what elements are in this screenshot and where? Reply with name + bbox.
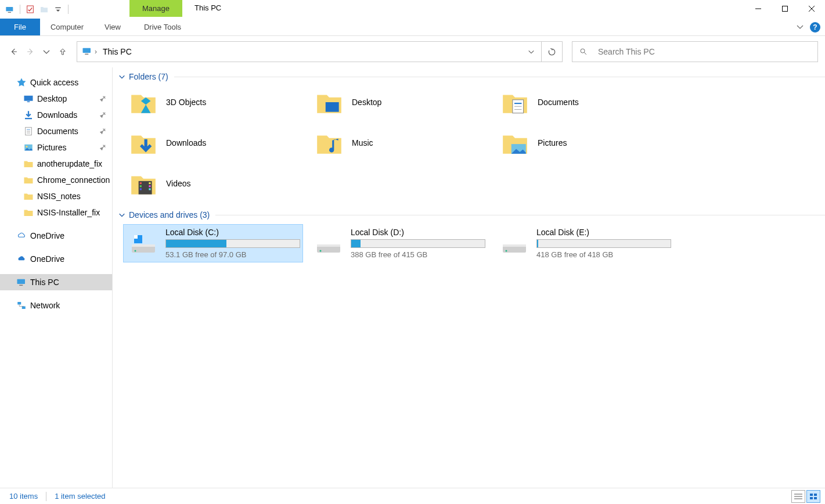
sidebar-quick-access[interactable]: Quick access [0,74,112,91]
desktop-folder-icon [315,88,344,117]
sidebar-desktop[interactable]: Desktop [0,91,112,107]
recent-dropdown[interactable] [39,45,53,59]
svg-rect-31 [140,182,142,184]
svg-point-19 [26,146,28,147]
ribbon: File Computer View Drive Tools ? [0,19,825,36]
videos-folder-icon [129,169,158,198]
label: Desktop [352,98,381,107]
svg-point-47 [506,250,507,252]
pin-icon [100,143,106,152]
label: Pictures [37,143,67,152]
drives-grid: Local Disk (C:) 53.1 GB free of 97.0 GB … [113,224,825,262]
divider [215,215,825,215]
sidebar-pictures[interactable]: Pictures [0,139,112,156]
downloads-folder-icon [129,128,158,157]
drive-free-text: 53.1 GB free of 97.0 GB [165,250,300,259]
customize-qat-dropdown[interactable] [52,3,64,16]
address-bar[interactable]: › This PC [77,41,563,62]
drive-info: Local Disk (E:) 418 GB free of 418 GB [536,228,671,259]
context-tab-manage[interactable]: Manage [129,0,182,17]
folder-icon [23,159,34,169]
label: OneDrive [30,231,64,240]
group-header-folders[interactable]: Folders (7) [113,67,825,86]
system-icon[interactable] [3,3,16,16]
sidebar-this-pc[interactable]: This PC [0,274,112,290]
sidebar-anotherupdate[interactable]: anotherupdate_fix [0,156,112,172]
sidebar-onedrive-1[interactable]: OneDrive [0,228,112,244]
minimize-button[interactable] [745,0,772,17]
tab-view[interactable]: View [94,19,131,35]
downloads-icon [23,110,34,120]
pin-icon [100,94,106,103]
sidebar-nsis-notes[interactable]: NSIS_notes [0,188,112,204]
svg-rect-0 [6,7,13,11]
svg-rect-5 [783,6,788,12]
sidebar-network[interactable]: Network [0,297,112,314]
details-view-button[interactable] [791,490,805,503]
folder-documents[interactable]: Documents [495,86,675,118]
sidebar-documents[interactable]: Documents [0,123,112,139]
pin-icon [100,127,106,136]
svg-rect-3 [55,8,60,8]
drive-name: Local Disk (C:) [165,228,300,237]
folder-music[interactable]: Music [309,127,489,159]
crumb-chevron-icon[interactable]: › [92,48,99,56]
back-button[interactable] [7,45,21,59]
svg-rect-53 [810,497,813,499]
label: anotherupdate_fix [37,159,102,168]
onedrive-outline-icon [16,231,27,241]
folder-pictures[interactable]: Pictures [495,127,675,159]
close-button[interactable] [798,0,825,17]
address-dropdown[interactable] [523,42,540,62]
music-folder-icon [315,128,344,157]
new-folder-qat-icon[interactable] [38,3,51,16]
svg-rect-38 [132,244,155,247]
sidebar-onedrive-2[interactable]: OneDrive [0,251,112,267]
properties-qat-icon[interactable] [24,3,37,16]
folder-videos[interactable]: Videos [123,167,303,200]
sidebar-downloads[interactable]: Downloads [0,107,112,123]
drive-d[interactable]: Local Disk (D:) 388 GB free of 415 GB [309,224,489,262]
label: Quick access [30,78,78,87]
svg-rect-33 [140,188,142,190]
svg-point-44 [320,250,322,252]
search-placeholder: Search This PC [598,47,655,56]
drive-e[interactable]: Local Disk (E:) 418 GB free of 418 GB [495,224,675,262]
search-box[interactable]: Search This PC [572,41,818,62]
refresh-button[interactable] [541,42,562,62]
tiles-view-button[interactable] [806,490,820,503]
sidebar-nsis-installer[interactable]: NSIS-Installer_fix [0,204,112,221]
quick-access-toolbar [0,3,71,16]
svg-point-39 [135,250,136,252]
drive-c[interactable]: Local Disk (C:) 53.1 GB free of 97.0 GB [123,224,303,262]
forward-button[interactable] [23,45,37,59]
svg-rect-46 [503,244,526,247]
capacity-fill [351,240,361,247]
pc-icon [16,277,27,287]
folder-desktop[interactable]: Desktop [309,86,489,118]
group-header-drives[interactable]: Devices and drives (3) [113,206,825,224]
up-button[interactable] [56,45,70,59]
folder-downloads[interactable]: Downloads [123,127,303,159]
tab-computer[interactable]: Computer [40,19,94,35]
breadcrumb-this-pc[interactable]: This PC [99,47,135,56]
expand-ribbon-icon[interactable] [796,23,804,33]
window-title: This PC [194,3,221,12]
folder-3d-objects[interactable]: 3D Objects [123,86,303,118]
svg-rect-12 [24,96,33,101]
svg-rect-52 [814,494,817,496]
svg-rect-23 [22,307,26,309]
label: This PC [30,278,59,287]
tab-drive-tools[interactable]: Drive Tools [134,19,192,35]
main-area: Quick access Desktop Downloads Documents… [0,67,825,488]
tab-file[interactable]: File [0,19,40,35]
label: Downloads [166,138,206,147]
label: Downloads [37,110,77,120]
sidebar-chrome-connection[interactable]: Chrome_connection [0,172,112,188]
svg-rect-54 [814,497,817,499]
separator [68,5,69,14]
label: Network [30,301,60,310]
help-button[interactable]: ? [810,22,820,33]
maximize-button[interactable] [772,0,798,17]
window-controls [745,0,825,17]
